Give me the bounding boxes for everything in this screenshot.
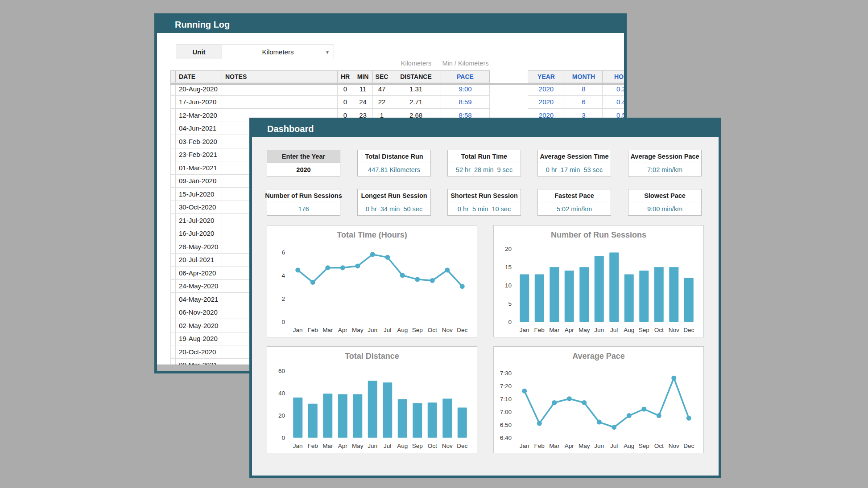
cell-hours[interactable]: 0.4 [603,96,624,109]
stat-card-value: 0 hr 34 min 50 sec [358,202,430,216]
stat-card-value: 176 [267,202,340,216]
svg-text:20: 20 [505,246,512,252]
svg-text:7:30: 7:30 [500,370,512,377]
svg-text:Aug: Aug [624,327,634,333]
cell-date[interactable]: 04-May-2021 [176,293,222,306]
svg-text:May: May [352,327,364,333]
cell-pace[interactable]: 8:59 [441,96,490,109]
running-log-titlebar[interactable]: Running Log [157,16,624,33]
year-input[interactable]: 2020 [267,163,340,176]
row-gutter [170,280,176,293]
row-gutter [170,267,176,280]
chevron-down-icon: ▼ [325,50,330,55]
cell-date[interactable]: 20-Jul-2021 [176,254,222,267]
svg-text:Nov: Nov [442,327,453,333]
dashboard-titlebar[interactable]: Dashboard [252,120,719,137]
stat-card-label: Longest Run Session [358,189,430,202]
svg-text:2: 2 [281,295,285,302]
svg-text:Aug: Aug [397,327,408,333]
row-gutter [170,161,176,175]
unit-label: Unit [176,45,222,59]
col-header-distance: DISTANCE [391,70,441,82]
cell-date[interactable]: 12-Mar-2020 [176,109,222,122]
row-gutter [170,96,176,109]
svg-text:Sep: Sep [412,443,423,449]
table-header-row: DATE NOTES HR MIN SEC DISTANCE PACE YEAR… [170,70,624,82]
col-header-year: YEAR [528,70,565,82]
stat-card-label: Enter the Year [267,150,340,163]
stat-card: Longest Run Session0 hr 34 min 50 sec [357,189,431,216]
col-header-pace: PACE [441,70,490,82]
svg-text:Jan: Jan [520,443,529,449]
dashboard-window: Dashboard Enter the Year2020Total Distan… [249,118,721,478]
svg-text:Oct: Oct [654,327,664,333]
cell-min[interactable]: 24 [353,96,373,109]
svg-text:Sep: Sep [639,443,649,449]
svg-text:Aug: Aug [397,443,408,449]
cell-date[interactable]: 23-Feb-2021 [176,148,222,162]
stat-card-value: 52 hr 28 min 9 sec [448,163,521,176]
cell-sec[interactable]: 22 [373,96,391,109]
cell-date[interactable]: 17-Jun-2020 [176,96,222,109]
cell-month[interactable]: 6 [565,96,603,109]
svg-text:Dec: Dec [457,443,467,449]
cell-date[interactable]: 01-Mar-2021 [176,161,222,175]
cell-year[interactable]: 2020 [528,96,565,109]
svg-text:Nov: Nov [669,443,679,449]
chart-total-distance: Total Distance0204060JanFebMarAprMayJunJ… [267,346,477,453]
cell-date[interactable]: 21-Jul-2020 [176,214,222,227]
cell-distance[interactable]: 2.71 [391,96,441,109]
cell-date[interactable]: 16-Jul-2020 [176,227,222,241]
cell-date[interactable]: 04-Jun-2021 [176,122,222,135]
cell-date[interactable]: 02-May-2020 [176,319,222,332]
stat-card: Slowest Pace9:00 min/km [628,189,702,216]
cell-date[interactable]: 03-Feb-2020 [176,135,222,148]
svg-text:Jan: Jan [293,443,303,449]
cell-date[interactable]: 30-Oct-2020 [176,201,222,214]
cell-date[interactable]: 24-May-2020 [176,280,222,293]
cell-date[interactable]: 19-Aug-2020 [176,332,222,346]
svg-text:Jun: Jun [368,443,377,449]
svg-text:Apr: Apr [565,443,575,449]
stat-card-value: 5:02 min/km [538,202,611,216]
col-header-sec: SEC [373,70,391,82]
svg-text:6:40: 6:40 [500,435,512,441]
svg-text:20: 20 [278,412,285,419]
col-header-hr: HR [338,70,353,82]
svg-text:Mar: Mar [549,443,560,449]
svg-text:4: 4 [281,272,285,279]
frozen-pane-separator [170,83,624,85]
table-row: 17-Jun-2020024222.718:59202060.4 [170,96,624,109]
stat-card-label: Shortest Run Session [448,189,521,202]
svg-text:0: 0 [508,319,512,325]
row-gutter [170,227,176,241]
cell-date[interactable]: 15-Jul-2020 [176,188,222,201]
stat-card-value: 9:00 min/km [628,202,701,216]
cell-date[interactable]: 09-Jan-2020 [176,175,222,188]
stat-card-value: 7:02 min/km [628,163,701,176]
cell-date[interactable]: 06-Apr-2020 [176,267,222,280]
svg-text:Dec: Dec [683,327,694,333]
cell-hr[interactable]: 0 [338,96,353,109]
stat-card-value: 447.81 Kilometers [358,163,430,176]
svg-text:Jun: Jun [594,327,604,333]
svg-text:May: May [579,327,590,333]
svg-text:Oct: Oct [428,443,437,449]
cell-date[interactable]: 28-May-2020 [176,240,222,254]
svg-text:May: May [579,443,590,449]
stat-card-value: 0 hr 17 min 53 sec [538,163,611,176]
svg-text:0: 0 [281,319,285,325]
row-gutter [170,135,176,148]
unit-dropdown[interactable]: Kilometers ▼ [222,45,334,59]
row-gutter [170,345,176,359]
column-gap [490,70,528,82]
column-gap [490,96,528,109]
cell-notes[interactable] [222,96,338,109]
chart-run-sessions: Number of Run Sessions05101520JanFebMarA… [493,225,704,337]
row-gutter [170,109,176,122]
cell-date[interactable]: 20-Oct-2020 [176,345,222,359]
cell-date[interactable]: 06-Nov-2020 [176,306,222,320]
row-gutter [170,306,176,320]
row-gutter [170,293,176,306]
svg-text:Oct: Oct [428,327,437,333]
